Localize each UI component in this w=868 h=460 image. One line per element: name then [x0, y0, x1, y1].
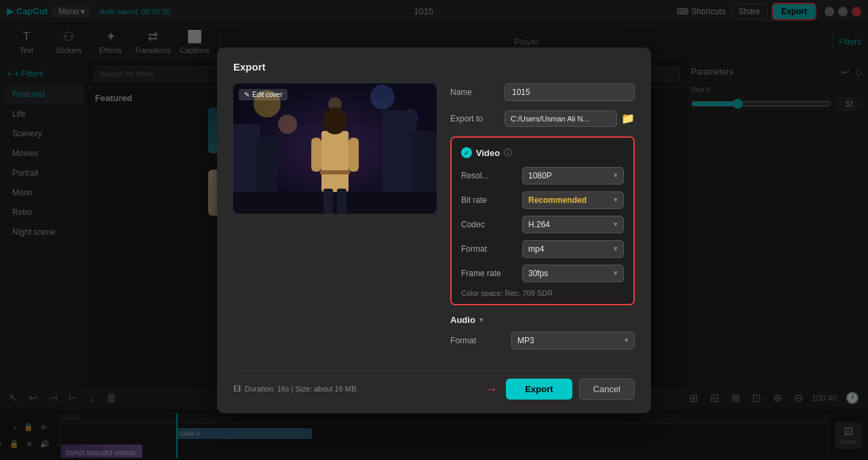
codec-label: Codec [461, 220, 522, 229]
audio-settings-section: Audio ▾ Format MP3 ▾ [450, 315, 635, 362]
audio-format-row: Format MP3 ▾ [450, 332, 635, 349]
film-icon: 🎞 [233, 385, 241, 393]
export-path-input[interactable] [505, 111, 617, 127]
resolution-chevron-icon: ▾ [614, 171, 618, 180]
resolution-select[interactable]: 1080P ▾ [522, 167, 624, 185]
edit-icon: ✎ [244, 91, 250, 98]
preview-image: ✎ Edit cover [233, 83, 437, 214]
folder-browse-button[interactable]: 📁 [621, 112, 635, 125]
video-check-icon: ✓ [461, 147, 472, 158]
framerate-label: Frame rate [461, 269, 522, 278]
modal-preview-area: ✎ Edit cover [233, 83, 437, 362]
svg-rect-19 [337, 189, 347, 214]
svg-rect-17 [320, 170, 350, 174]
video-settings-section: ✓ Video ⓘ Resol... 1080P ▾ Bit [450, 136, 635, 305]
resolution-label: Resol... [461, 171, 522, 180]
video-title: Video [476, 148, 500, 158]
audio-header: Audio ▾ [450, 315, 635, 325]
audio-format-value: MP3 [517, 336, 534, 345]
codec-chevron-icon: ▾ [614, 220, 618, 229]
modal-title: Export [233, 61, 635, 73]
export-path-row: 📁 [505, 111, 635, 127]
footer-right: → Export Cancel [484, 379, 635, 400]
svg-rect-13 [321, 131, 349, 192]
export-to-label: Export to [450, 114, 505, 123]
bitrate-row: Bit rate Recommended ▾ [461, 191, 624, 209]
video-info-icon: ⓘ [504, 147, 512, 159]
footer-buttons: Export Cancel [506, 379, 635, 400]
name-label: Name [450, 88, 505, 97]
format-value: mp4 [528, 244, 544, 254]
audio-format-select[interactable]: MP3 ▾ [511, 332, 635, 349]
format-label: Format [461, 244, 522, 254]
name-row: Name [450, 83, 635, 101]
framerate-row: Frame rate 30fps ▾ [461, 265, 624, 282]
svg-point-2 [278, 115, 297, 134]
export-modal: Export [217, 47, 651, 413]
framerate-value: 30fps [528, 269, 548, 278]
cancel-button[interactable]: Cancel [579, 379, 635, 400]
svg-rect-18 [323, 189, 333, 214]
audio-chevron-icon: ▾ [479, 315, 484, 324]
duration-label: Duration: 16s | Size: about 16 MB [245, 385, 356, 393]
svg-rect-16 [349, 138, 359, 172]
bitrate-label: Bit rate [461, 195, 522, 205]
audio-title: Audio [450, 315, 475, 325]
preview-svg [233, 83, 437, 214]
export-button[interactable]: Export [506, 379, 572, 400]
edit-cover-label: Edit cover [252, 91, 282, 98]
color-space-label: Color space: Rec. 709 SDR [461, 289, 624, 297]
name-input[interactable] [505, 83, 635, 101]
resolution-row: Resol... 1080P ▾ [461, 167, 624, 185]
svg-point-3 [370, 85, 395, 109]
audio-format-label: Format [450, 336, 511, 345]
modal-overlay: Export [0, 0, 868, 460]
duration-info: 🎞 Duration: 16s | Size: about 16 MB [233, 385, 356, 393]
framerate-chevron-icon: ▾ [614, 269, 618, 277]
edit-cover-button[interactable]: ✎ Edit cover [239, 89, 288, 100]
svg-rect-12 [233, 192, 437, 214]
resolution-value: 1080P [528, 171, 552, 180]
svg-rect-15 [311, 138, 321, 172]
bitrate-value: Recommended [528, 195, 587, 205]
framerate-select[interactable]: 30fps ▾ [522, 265, 624, 282]
format-row: Format mp4 ▾ [461, 240, 624, 258]
modal-settings: Name Export to 📁 ✓ Video ⓘ [450, 83, 635, 362]
codec-value: H.264 [528, 220, 550, 229]
audio-format-chevron-icon: ▾ [625, 336, 629, 345]
format-chevron-icon: ▾ [614, 244, 618, 253]
codec-row: Codec H.264 ▾ [461, 216, 624, 233]
export-to-row: Export to 📁 [450, 111, 635, 127]
modal-footer: 🎞 Duration: 16s | Size: about 16 MB → Ex… [233, 371, 635, 400]
codec-select[interactable]: H.264 ▾ [522, 216, 624, 233]
bitrate-chevron-icon: ▾ [614, 195, 618, 204]
modal-body: ✎ Edit cover Name Export to 📁 [233, 83, 635, 362]
svg-point-14 [323, 107, 347, 134]
arrow-icon: → [484, 381, 498, 397]
video-header: ✓ Video ⓘ [461, 147, 624, 159]
format-select[interactable]: mp4 ▾ [522, 240, 624, 258]
bitrate-select[interactable]: Recommended ▾ [522, 191, 624, 209]
